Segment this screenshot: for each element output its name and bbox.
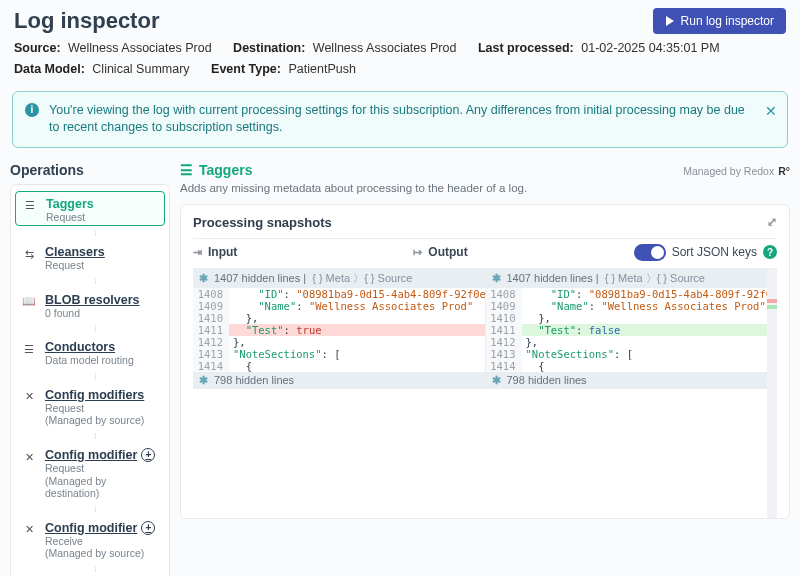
code-line: 1413"NoteSections": [: [486, 348, 778, 360]
line-number: 1409: [486, 300, 522, 312]
destination-label: Destination:: [233, 41, 305, 55]
operation-title: Config modifier+: [45, 448, 155, 462]
code-line: 1408 "ID": "08981ba9-0d15-4ab4-809f-92f0…: [193, 288, 485, 300]
banner-close-button[interactable]: ✕: [765, 102, 777, 122]
event-type-label: Event Type:: [211, 62, 281, 76]
line-number: 1413: [486, 348, 522, 360]
operation-item-config-modifiers[interactable]: ✕Config modifiersRequest(Managed by sour…: [15, 383, 165, 429]
operation-subtext: Request: [45, 402, 159, 415]
operation-icon: ✕: [21, 389, 37, 405]
operations-list: ☰TaggersRequest↓⇆CleansersRequest↓📖BLOB …: [10, 184, 170, 577]
line-number: 1408: [486, 288, 522, 300]
run-log-inspector-button[interactable]: Run log inspector: [653, 8, 786, 34]
operation-managed-by: (Managed by destination): [45, 475, 159, 500]
expand-icon[interactable]: ⤢: [767, 215, 777, 229]
detail-description: Adds any missing metadata about processi…: [180, 182, 790, 194]
fold-icon: ✱: [199, 374, 208, 387]
redox-logo-icon: R°: [778, 165, 790, 177]
event-type-value: PatientPush: [288, 62, 355, 76]
input-icon: ⇥: [193, 246, 202, 259]
diff-input-column: ✱ 1407 hidden lines | { } Meta 〉{ } Sour…: [193, 269, 485, 389]
code-line: 1409 "Name": "Wellness Associates Prod": [193, 300, 485, 312]
line-number: 1410: [486, 312, 522, 324]
operation-item-blob-resolvers[interactable]: 📖BLOB resolvers0 found: [15, 288, 165, 322]
sort-json-label: Sort JSON keys: [672, 245, 757, 259]
line-number: 1411: [193, 324, 229, 336]
source-label: Source:: [14, 41, 61, 55]
code-line: 1414 {: [486, 360, 778, 372]
line-number: 1408: [193, 288, 229, 300]
code-text: "NoteSections": [: [522, 348, 778, 360]
last-processed-value: 01-02-2025 04:35:01 PM: [581, 41, 719, 55]
code-line: 1408 "ID": "08981ba9-0d15-4ab4-809f-92f0…: [486, 288, 778, 300]
run-button-label: Run log inspector: [681, 14, 774, 28]
banner-text: You're viewing the log with current proc…: [49, 103, 745, 135]
operation-title: Taggers: [46, 197, 94, 211]
info-banner: i You're viewing the log with current pr…: [12, 91, 788, 148]
operation-icon: ✕: [21, 522, 37, 538]
sort-json-toggle[interactable]: [634, 244, 666, 261]
code-line: 1414 {: [193, 360, 485, 372]
output-label: Output: [428, 245, 467, 259]
managed-by-label: Managed by Redox R°: [683, 165, 790, 177]
code-text: "Name": "Wellness Associates Prod": [229, 300, 485, 312]
page-title: Log inspector: [14, 8, 159, 34]
line-number: 1414: [486, 360, 522, 372]
code-line: 1413"NoteSections": [: [193, 348, 485, 360]
code-line: 1409 "Name": "Wellness Associates Prod": [486, 300, 778, 312]
list-icon: ☰: [180, 162, 193, 178]
fold-header[interactable]: ✱ 1407 hidden lines | { } Meta 〉{ } Sour…: [193, 269, 485, 288]
output-icon: ↦: [413, 246, 422, 259]
processing-snapshots-panel: Processing snapshots ⤢ ⇥ Input ↦ Output …: [180, 204, 790, 519]
code-text: },: [229, 336, 485, 348]
code-line: 1410 },: [486, 312, 778, 324]
fold-footer[interactable]: ✱ 798 hidden lines: [193, 372, 485, 389]
operation-managed-by: (Managed by source): [45, 414, 159, 427]
operation-item-conductors[interactable]: ☰ConductorsData model routing: [15, 335, 165, 369]
snapshots-title: Processing snapshots: [193, 215, 332, 230]
operation-managed-by: (Managed by source): [45, 547, 159, 560]
arrow-down-icon: ↓: [26, 228, 165, 238]
destination-value: Wellness Associates Prod: [313, 41, 457, 55]
operation-title: Config modifier+: [45, 521, 155, 535]
code-text: "ID": "08981ba9-0d15-4ab4-809f-92f0e3444…: [522, 288, 778, 300]
fold-footer[interactable]: ✱ 798 hidden lines: [486, 372, 778, 389]
operation-title: BLOB resolvers: [45, 293, 139, 307]
diff-minimap[interactable]: [767, 269, 777, 518]
operation-item-taggers[interactable]: ☰TaggersRequest: [15, 191, 165, 227]
diff-viewer[interactable]: ✱ 1407 hidden lines | { } Meta 〉{ } Sour…: [193, 268, 777, 518]
arrow-down-icon: ↓: [26, 564, 165, 574]
diff-output-column: ✱ 1407 hidden lines | { } Meta 〉{ } Sour…: [485, 269, 778, 389]
code-text: },: [522, 336, 778, 348]
operation-subtext: Request: [45, 259, 159, 272]
help-icon[interactable]: ?: [763, 245, 777, 259]
line-number: 1412: [486, 336, 522, 348]
arrow-down-icon: ↓: [26, 323, 165, 333]
operation-icon: ☰: [21, 341, 37, 357]
fold-icon: ✱: [199, 272, 208, 285]
code-text: "Test": true: [229, 324, 485, 336]
operation-item-cleansers[interactable]: ⇆CleansersRequest: [15, 240, 165, 274]
operation-title: Config modifiers: [45, 388, 144, 402]
operation-item-config-modifier[interactable]: ✕Config modifier+Receive(Managed by sour…: [15, 516, 165, 562]
detail-title: ☰ Taggers: [180, 162, 252, 178]
data-model-label: Data Model:: [14, 62, 85, 76]
operation-title: Cleansers: [45, 245, 105, 259]
code-text: "Name": "Wellness Associates Prod": [522, 300, 778, 312]
code-line: 1412},: [193, 336, 485, 348]
add-icon[interactable]: +: [141, 448, 155, 462]
operation-icon: ☰: [22, 198, 38, 214]
operation-subtext: Data model routing: [45, 354, 159, 367]
operation-subtext: Request: [46, 211, 158, 224]
code-line: 1411 "Test": false: [486, 324, 778, 336]
taggers-heading: Taggers: [199, 162, 252, 178]
line-number: 1414: [193, 360, 229, 372]
operation-item-config-modifier[interactable]: ✕Config modifier+Request(Managed by dest…: [15, 443, 165, 502]
code-text: },: [522, 312, 778, 324]
add-icon[interactable]: +: [141, 521, 155, 535]
fold-icon: ✱: [492, 374, 501, 387]
fold-header[interactable]: ✱ 1407 hidden lines | { } Meta 〉{ } Sour…: [486, 269, 778, 288]
operation-icon: ⇆: [21, 246, 37, 262]
operation-icon: 📖: [21, 294, 37, 310]
line-number: 1412: [193, 336, 229, 348]
